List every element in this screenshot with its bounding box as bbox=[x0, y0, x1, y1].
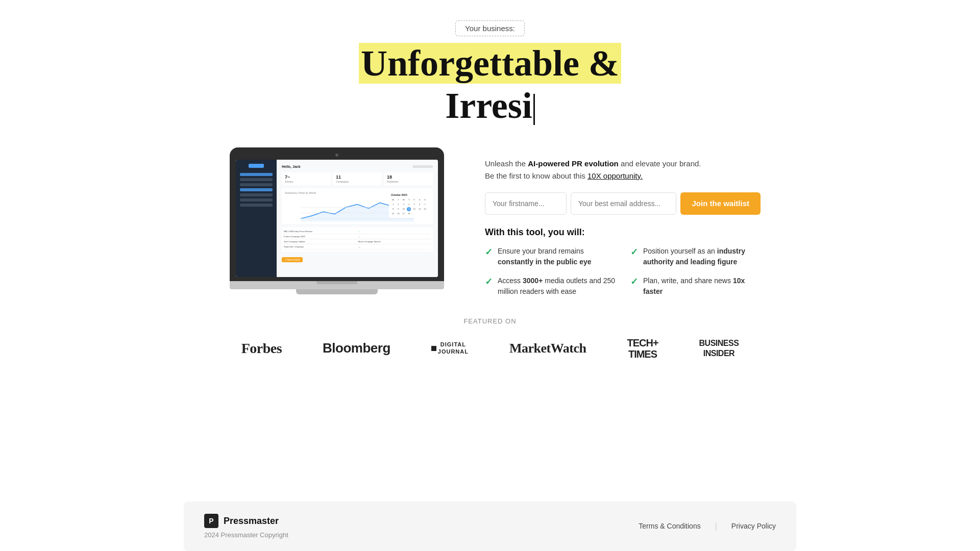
tagline-link[interactable]: 10X opportunity. bbox=[587, 171, 643, 180]
laptop-calendar: October 2024 M T W T F S S bbox=[389, 191, 430, 218]
laptop-stats-row: 7~ Articles 11 Campaigns 18 Published bbox=[282, 172, 433, 185]
laptop-body: Hello, Jack 7~ Articles 11 Cam bbox=[230, 147, 444, 281]
laptop-title: Hello, Jack bbox=[282, 165, 301, 168]
logos-row: Forbes Bloomberg DIGITALJOURNAL MarketWa… bbox=[204, 337, 776, 360]
checkmark-icon-3: ✓ bbox=[485, 276, 493, 287]
tagline-line2: Be the first to know about this 10X oppo… bbox=[485, 171, 643, 180]
tech-times-logo: TECH+TIMES bbox=[627, 337, 658, 360]
sidebar-item bbox=[240, 183, 273, 186]
privacy-link[interactable]: Privacy Policy bbox=[731, 522, 776, 531]
footer-right: Terms & Conditions | Privacy Policy bbox=[639, 522, 776, 531]
footer: P Pressmaster 2024 Pressmaster Copyright… bbox=[184, 502, 796, 551]
business-badge: Your business: bbox=[455, 20, 525, 36]
bloomberg-logo: Bloomberg bbox=[323, 340, 390, 356]
hero-section: Your business: Unforgettable & Irresi bbox=[0, 0, 980, 137]
checkmark-icon-4: ✓ bbox=[630, 276, 638, 287]
footer-logo: P Pressmaster bbox=[204, 514, 288, 528]
email-input[interactable] bbox=[571, 192, 676, 215]
footer-brand-name: Pressmaster bbox=[224, 516, 279, 527]
laptop-base bbox=[230, 281, 444, 289]
table-row: Forbes Campaign 2024 — bbox=[284, 234, 431, 239]
sidebar-item bbox=[240, 178, 273, 181]
sidebar-item bbox=[240, 173, 273, 176]
waitlist-form: Join the waitlist bbox=[485, 192, 761, 215]
checkmark-icon-2: ✓ bbox=[630, 246, 638, 258]
main-content: Hello, Jack 7~ Articles 11 Cam bbox=[158, 147, 822, 297]
tagline: Unleash the AI-powered PR evolution and … bbox=[485, 158, 761, 182]
laptop-chart-area: Awareness Times by Month bbox=[282, 188, 433, 224]
sidebar-item bbox=[240, 193, 273, 196]
marketwatch-logo: MarketWatch bbox=[509, 341, 586, 356]
forbes-logo: Forbes bbox=[241, 340, 282, 357]
laptop-camera bbox=[335, 154, 338, 157]
right-content: Unleash the AI-powered PR evolution and … bbox=[485, 147, 761, 297]
terms-link[interactable]: Terms & Conditions bbox=[639, 522, 700, 531]
feature-text-3: Access 3000+ media outlets and 250 milli… bbox=[498, 276, 615, 297]
table-row: BBC USA Today Press Release ✓ bbox=[284, 229, 431, 234]
dj-icon bbox=[431, 346, 436, 351]
stat-box: 7~ Articles bbox=[282, 172, 331, 185]
page-wrapper: Your business: Unforgettable & Irresi bbox=[0, 0, 980, 551]
firstname-input[interactable] bbox=[485, 192, 567, 215]
stat-box: 11 Campaigns bbox=[333, 172, 382, 185]
featured-section: FEATURED ON Forbes Bloomberg DIGITALJOUR… bbox=[184, 317, 796, 360]
laptop-sidebar bbox=[236, 160, 277, 277]
footer-divider: | bbox=[715, 522, 717, 531]
join-waitlist-button[interactable]: Join the waitlist bbox=[680, 192, 761, 215]
table-row: September Campaign — bbox=[284, 244, 431, 249]
feature-text-4: Plan, write, and share news 10x faster bbox=[643, 276, 761, 297]
laptop-table: BBC USA Today Press Release ✓ Forbes Cam… bbox=[282, 227, 433, 252]
sidebar-item bbox=[240, 204, 273, 207]
stat-box: 18 Published bbox=[384, 172, 433, 185]
feature-item-4: ✓ Plan, write, and share news 10x faster bbox=[630, 276, 761, 297]
table-row: Tech Campaign Update Acme Campaign Syste… bbox=[284, 239, 431, 244]
checkmark-icon-1: ✓ bbox=[485, 246, 493, 258]
text-cursor bbox=[533, 94, 535, 125]
headline-highlight: Unforgettable & bbox=[359, 43, 621, 84]
feature-text-1: Ensure your brand remains constantly in … bbox=[498, 246, 615, 267]
digital-journal-logo: DIGITALJOURNAL bbox=[431, 341, 469, 355]
feature-item-3: ✓ Access 3000+ media outlets and 250 mil… bbox=[485, 276, 615, 297]
features-section: With this tool, you will: ✓ Ensure your … bbox=[485, 227, 761, 297]
feature-item-1: ✓ Ensure your brand remains constantly i… bbox=[485, 246, 615, 267]
feature-text-2: Position yourself as an industry authori… bbox=[643, 246, 761, 267]
footer-copyright: 2024 Pressmaster Copyright bbox=[204, 531, 288, 539]
footer-left: P Pressmaster 2024 Pressmaster Copyright bbox=[204, 514, 288, 539]
new-article-btn: + New Article bbox=[282, 257, 303, 262]
tagline-bold-1: AI-powered PR evolution bbox=[528, 159, 619, 168]
laptop-section: Hello, Jack 7~ Articles 11 Cam bbox=[219, 147, 454, 294]
sidebar-item bbox=[240, 188, 273, 191]
features-title: With this tool, you will: bbox=[485, 227, 761, 238]
features-grid: ✓ Ensure your brand remains constantly i… bbox=[485, 246, 761, 297]
laptop-header: Hello, Jack bbox=[282, 165, 433, 168]
featured-label: FEATURED ON bbox=[204, 317, 776, 325]
footer-logo-icon: P bbox=[204, 514, 218, 528]
hero-headline: Unforgettable & Irresi bbox=[359, 42, 621, 127]
feature-item-2: ✓ Position yourself as an industry autho… bbox=[630, 246, 761, 267]
laptop-main-area: Hello, Jack 7~ Articles 11 Cam bbox=[277, 160, 438, 277]
sidebar-logo bbox=[249, 164, 264, 168]
business-insider-logo: BUSINESSINSIDER bbox=[699, 338, 739, 358]
laptop-mockup: Hello, Jack 7~ Articles 11 Cam bbox=[230, 147, 444, 294]
tagline-line1: Unleash the AI-powered PR evolution and … bbox=[485, 159, 701, 168]
calendar-grid: M T W T F S S 1 2 3 bbox=[391, 198, 428, 216]
sidebar-item bbox=[240, 198, 273, 202]
laptop-stand bbox=[296, 289, 378, 294]
laptop-screen: Hello, Jack 7~ Articles 11 Cam bbox=[236, 160, 438, 277]
laptop-controls bbox=[412, 165, 433, 168]
